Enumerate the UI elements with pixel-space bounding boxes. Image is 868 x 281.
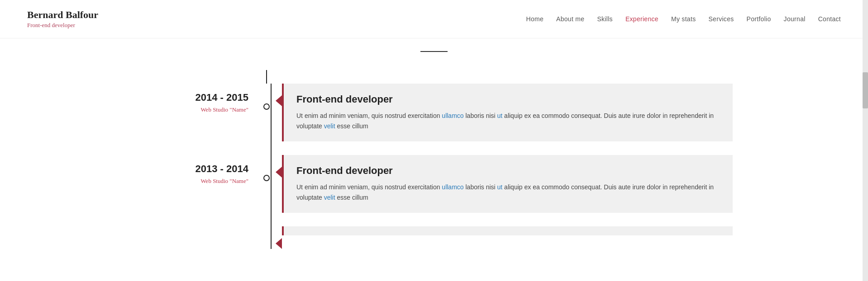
nav-services[interactable]: Services xyxy=(708,15,734,23)
text-prefix-1: Ut enim ad minim veniam, quis nostrud ex… xyxy=(296,112,442,119)
timeline-node-1 xyxy=(262,84,271,110)
nav-mystats[interactable]: My stats xyxy=(671,15,696,23)
nav-skills[interactable]: Skills xyxy=(597,15,612,23)
text-middle-1: laboris nisi xyxy=(464,112,497,119)
timeline-circle-1 xyxy=(263,103,270,110)
arrow-shape-1 xyxy=(276,95,282,106)
link-ut-2[interactable]: ut xyxy=(497,183,503,191)
text-middle-2: laboris nisi xyxy=(464,183,497,191)
link-velit-2[interactable]: velit xyxy=(324,194,335,201)
main-content: 2014 - 2015 Web Studio "Name" Front-end … xyxy=(108,66,760,267)
logo-name: Bernard Balfour xyxy=(27,9,98,21)
timeline-arrow-1 xyxy=(276,84,282,106)
card-title-2: Front-end developer xyxy=(296,165,719,177)
timeline-item-2: 2013 - 2014 Web Studio "Name" Front-end … xyxy=(135,155,733,213)
nav-portfolio[interactable]: Portfolio xyxy=(747,15,771,23)
timeline-item-1: 2014 - 2015 Web Studio "Name" Front-end … xyxy=(135,84,733,141)
date-range-2: 2013 - 2014 xyxy=(135,163,248,175)
timeline-arrow-3 xyxy=(276,226,282,249)
timeline-date-2: 2013 - 2014 Web Studio "Name" xyxy=(135,155,262,185)
card-text-2: Ut enim ad minim veniam, quis nostrud ex… xyxy=(296,182,719,203)
timeline-date-3 xyxy=(135,226,262,234)
link-ut-1[interactable]: ut xyxy=(497,112,503,119)
timeline-circle-2 xyxy=(263,175,270,181)
scrollbar-thumb[interactable] xyxy=(863,72,868,108)
divider-line xyxy=(420,51,448,52)
card-text-1: Ut enim ad minim veniam, quis nostrud ex… xyxy=(296,111,719,131)
timeline-node-2 xyxy=(262,155,271,181)
logo-block: Bernard Balfour Front-end developer xyxy=(27,9,98,29)
header: Bernard Balfour Front-end developer Home… xyxy=(0,0,868,38)
timeline: 2014 - 2015 Web Studio "Name" Front-end … xyxy=(135,70,733,249)
link-velit-1[interactable]: velit xyxy=(324,122,335,130)
nav-contact[interactable]: Contact xyxy=(818,15,841,23)
timeline-date-1: 2014 - 2015 Web Studio "Name" xyxy=(135,84,262,113)
text-end-2: esse cillum xyxy=(335,194,368,201)
main-nav: Home About me Skills Experience My stats… xyxy=(526,15,841,23)
scrollbar-track[interactable] xyxy=(863,0,868,267)
link-ullamco-2[interactable]: ullamco xyxy=(442,183,463,191)
nav-journal[interactable]: Journal xyxy=(784,15,806,23)
company-name-2: Web Studio "Name" xyxy=(135,178,248,185)
timeline-arrow-2 xyxy=(276,155,282,178)
name-regular: Bernard xyxy=(27,9,66,20)
nav-experience[interactable]: Experience xyxy=(625,15,658,23)
timeline-card-2: Front-end developer Ut enim ad minim ven… xyxy=(282,155,733,213)
date-range-1: 2014 - 2015 xyxy=(135,92,248,103)
divider-container xyxy=(0,38,868,66)
text-end-1: esse cillum xyxy=(335,122,368,130)
card-title-1: Front-end developer xyxy=(296,94,719,105)
timeline-node-3 xyxy=(262,226,271,236)
text-prefix-2: Ut enim ad minim veniam, quis nostrud ex… xyxy=(296,183,442,191)
link-ullamco-1[interactable]: ullamco xyxy=(442,112,463,119)
nav-home[interactable]: Home xyxy=(526,15,544,23)
name-bold: Balfour xyxy=(66,9,98,20)
logo-subtitle: Front-end developer xyxy=(27,22,98,29)
company-name-1: Web Studio "Name" xyxy=(135,106,248,113)
arrow-shape-3 xyxy=(276,238,282,249)
arrow-shape-2 xyxy=(276,167,282,178)
timeline-item-3-partial xyxy=(135,226,733,249)
timeline-card-1: Front-end developer Ut enim ad minim ven… xyxy=(282,84,733,141)
nav-about[interactable]: About me xyxy=(556,15,584,23)
timeline-card-3-partial xyxy=(282,226,733,235)
